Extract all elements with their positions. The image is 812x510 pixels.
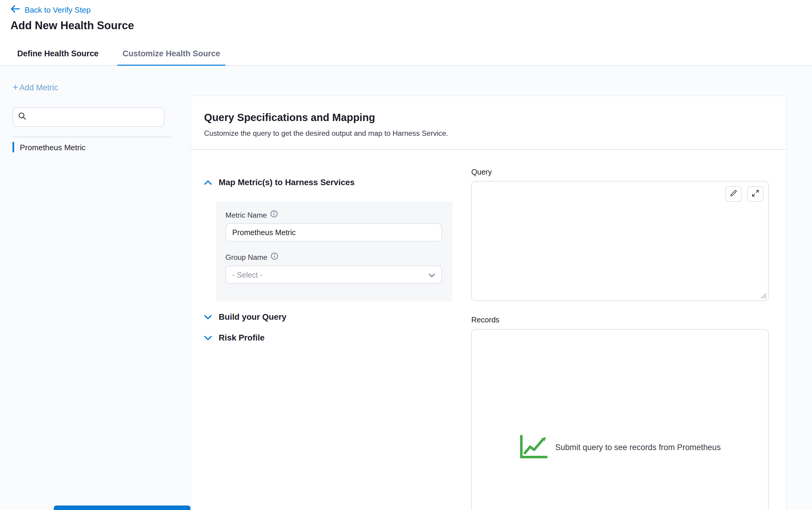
add-metric-button[interactable]: + Add Metric bbox=[13, 83, 58, 92]
group-name-field-label: Group Name bbox=[226, 252, 443, 261]
back-link-label: Back to Verify Step bbox=[24, 5, 91, 14]
add-metric-label: Add Metric bbox=[19, 83, 58, 92]
tab-define-health-source[interactable]: Define Health Source bbox=[17, 42, 98, 65]
back-to-verify-step-link[interactable]: Back to Verify Step bbox=[10, 5, 91, 15]
content-area: + Add Metric Prometheus Metric Query Spe… bbox=[0, 66, 812, 510]
accordion-label: Map Metric(s) to Harness Services bbox=[219, 178, 354, 187]
tab-customize-health-source[interactable]: Customize Health Source bbox=[123, 42, 220, 65]
line-chart-icon bbox=[519, 434, 548, 461]
arrow-left-icon bbox=[10, 5, 20, 15]
selected-indicator-bar bbox=[13, 142, 14, 152]
field-label-text: Group Name bbox=[226, 252, 267, 261]
chevron-up-icon bbox=[204, 178, 212, 187]
pencil-icon bbox=[729, 189, 737, 199]
accordion-label: Build your Query bbox=[219, 312, 286, 322]
info-icon bbox=[271, 252, 278, 261]
metric-name-input[interactable] bbox=[226, 223, 442, 242]
edit-query-button[interactable] bbox=[725, 186, 742, 202]
search-icon bbox=[18, 112, 26, 122]
chevron-down-icon bbox=[204, 312, 212, 322]
wizard-tabbar: Define Health Source Customize Health So… bbox=[0, 42, 812, 66]
page-header: Back to Verify Step Add New Health Sourc… bbox=[0, 0, 812, 42]
page-title: Add New Health Source bbox=[10, 19, 134, 32]
add-health-source-page: Back to Verify Step Add New Health Sourc… bbox=[0, 0, 812, 510]
query-actions bbox=[725, 186, 763, 202]
query-textarea[interactable] bbox=[471, 181, 769, 301]
screenshot-viewport: Back to Verify Step Add New Health Sourc… bbox=[0, 0, 812, 510]
field-label-text: Metric Name bbox=[226, 210, 267, 219]
metric-mapping-form: Metric Name Group Name - Select - bbox=[216, 202, 453, 302]
plus-icon: + bbox=[13, 83, 18, 92]
chevron-down-icon bbox=[204, 333, 212, 342]
info-icon bbox=[270, 210, 278, 219]
chevron-down-icon bbox=[429, 270, 436, 279]
card-divider bbox=[191, 149, 786, 150]
tab-label: Define Health Source bbox=[17, 49, 98, 58]
accordion-build-your-query[interactable]: Build your Query bbox=[204, 312, 286, 322]
bottom-accent-bar bbox=[54, 506, 190, 510]
records-label: Records bbox=[471, 316, 500, 324]
records-empty-state: Submit query to see records from Prometh… bbox=[472, 434, 768, 461]
group-name-select[interactable]: - Select - bbox=[226, 266, 442, 284]
query-label: Query bbox=[471, 168, 492, 176]
fullscreen-icon bbox=[751, 189, 759, 199]
metric-name-field-label: Metric Name bbox=[226, 210, 443, 219]
metric-search-box[interactable] bbox=[13, 108, 165, 127]
sidebar-item-prometheus-metric[interactable]: Prometheus Metric bbox=[13, 140, 86, 154]
records-panel: Submit query to see records from Prometh… bbox=[471, 329, 769, 510]
query-specifications-card: Query Specifications and Mapping Customi… bbox=[190, 95, 786, 510]
metric-search-input[interactable] bbox=[30, 113, 158, 121]
expand-query-button[interactable] bbox=[747, 186, 763, 202]
resize-handle[interactable] bbox=[761, 293, 766, 299]
tab-label: Customize Health Source bbox=[123, 49, 220, 58]
accordion-map-metrics[interactable]: Map Metric(s) to Harness Services bbox=[204, 178, 354, 187]
card-subtitle: Customize the query to get the desired o… bbox=[204, 129, 448, 137]
card-title: Query Specifications and Mapping bbox=[204, 112, 375, 124]
records-empty-text: Submit query to see records from Prometh… bbox=[555, 443, 721, 452]
accordion-label: Risk Profile bbox=[219, 333, 265, 342]
sidebar-divider bbox=[13, 137, 171, 137]
metric-item-label: Prometheus Metric bbox=[20, 143, 86, 151]
select-placeholder: - Select - bbox=[232, 270, 263, 279]
accordion-risk-profile[interactable]: Risk Profile bbox=[204, 333, 264, 342]
